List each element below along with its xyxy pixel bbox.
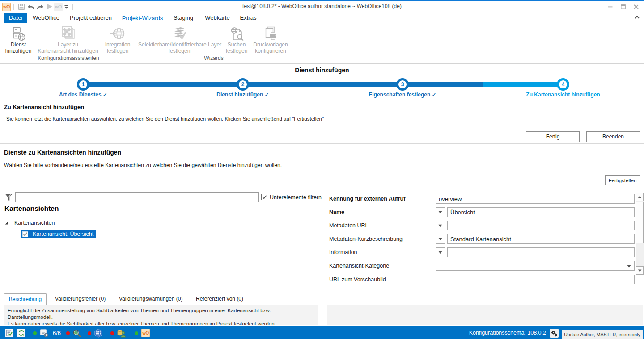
ribbon-group-separator: [292, 25, 292, 61]
ribbon-button-integration-festlegen[interactable]: Integration festlegen: [101, 25, 135, 62]
description-line: Darstellungsmodell.: [8, 314, 314, 321]
tab-projekt-wizards[interactable]: Projekt-Wizards: [119, 13, 166, 23]
dropdown-arrow-icon: [438, 251, 442, 254]
ribbon-button-suchen-festlegen[interactable]: Suchen festlegen: [220, 25, 253, 62]
settings-gears-button[interactable]: [550, 329, 559, 338]
form-label-metadaten-url: Metadaten URL: [329, 222, 369, 229]
metadaten-kurzbeschreibung-input[interactable]: [447, 234, 635, 244]
tab-weboffice[interactable]: WebOffice: [33, 13, 59, 23]
services-panel-heading: Dienste zu Kartenansichten hinzufügen: [4, 149, 121, 156]
tree-root-item[interactable]: Kartenansichten: [0, 219, 55, 227]
globe-arrow-icon: [101, 25, 135, 42]
step-circle-3: 3: [396, 78, 409, 91]
form-label-name: Name: [329, 209, 344, 215]
bottom-tab-validierungswarnungen[interactable]: Validierungswarnungen (0): [119, 293, 183, 305]
fertig-button[interactable]: Fertig: [526, 131, 580, 142]
collapse-ribbon-button[interactable]: [634, 15, 640, 20]
metadaten-url-input[interactable]: [447, 221, 635, 230]
progress-bar-current: [483, 82, 563, 87]
dropdown-arrow-icon: [438, 224, 442, 227]
step-label-3: Eigenschaften festlegen ✓: [369, 92, 436, 98]
close-button[interactable]: [630, 1, 643, 13]
layers-check-icon: [138, 25, 220, 42]
status-counter: 6/6: [53, 330, 61, 336]
scrollbar-thumb[interactable]: [636, 202, 644, 243]
form-label-information: Information: [329, 249, 357, 255]
status-project-icon[interactable]: [40, 329, 48, 337]
ribbon-group-label: Konfigurationsassistenten: [38, 55, 99, 61]
metadaten-kurzbeschreibung-dropdown-button[interactable]: [436, 234, 445, 244]
ribbon-button-dienst-hinzufuegen[interactable]: Dienst hinzufügen: [3, 25, 34, 62]
check-icon: [23, 232, 28, 237]
form-label-metadaten-kurzbeschreibung: Metadaten-Kurzbeschreibung: [329, 236, 402, 242]
status-dot-red: [66, 331, 70, 335]
tab-extras[interactable]: Extras: [240, 13, 257, 23]
bottom-tab-beschreibung[interactable]: Beschreibung: [4, 293, 47, 305]
progress-bar-done: [83, 82, 483, 87]
bottom-tab-referenziert-von[interactable]: Referenziert von (0): [196, 293, 243, 305]
description-box: Ermöglicht die Zusammenstellung von Sich…: [4, 305, 318, 325]
name-dropdown-button[interactable]: [436, 207, 445, 217]
maximize-button[interactable]: [617, 1, 630, 13]
metadaten-url-dropdown-button[interactable]: [436, 221, 445, 230]
minimize-button[interactable]: [604, 1, 617, 13]
ribbon-button-druckvorlagen[interactable]: Druckvorlagen konfigurieren: [252, 25, 289, 62]
user-info-button[interactable]: Update Author, MASTER, intern only: [562, 330, 643, 339]
print-templates-icon: [252, 25, 289, 42]
step-circle-1: 1: [77, 78, 89, 91]
vorschaubild-input[interactable]: [436, 275, 635, 284]
gears-icon: [551, 330, 558, 337]
scroll-up-button[interactable]: [636, 193, 644, 201]
description-line: Es kann dabei jeweils die Sichtbarkeit a…: [8, 321, 314, 325]
tab-webkarte[interactable]: Webkarte: [205, 13, 229, 23]
ribbon: Dienst hinzufügen Layer z: [0, 23, 644, 64]
form-label-kategorie: Kartenansicht-Kategorie: [329, 263, 389, 269]
status-database-user-icon[interactable]: [117, 329, 126, 338]
status-dot-green: [33, 331, 37, 335]
check-icon: [262, 195, 267, 200]
status-validation-icon[interactable]: [5, 329, 13, 337]
map-layers-icon: [37, 25, 99, 42]
status-search-service-icon[interactable]: [72, 329, 81, 338]
dropdown-arrow-icon: [627, 265, 631, 268]
status-geo-service-icon[interactable]: [94, 329, 103, 338]
step-label-2: Dienst hinzufügen ✓: [216, 92, 269, 98]
name-input[interactable]: [447, 207, 635, 217]
kategorie-combobox[interactable]: [436, 261, 635, 271]
tree-heading: Kartenansichten: [4, 205, 59, 213]
schema-label: Konfigurationsschema: 108.0.2: [469, 330, 546, 336]
form-scrollbar[interactable]: [636, 193, 644, 275]
ribbon-tab-bar: Datei WebOffice Projekt editieren Projek…: [0, 13, 644, 23]
filter-input[interactable]: [15, 192, 259, 202]
tree-root-label: Kartenansichten: [14, 220, 55, 226]
step-circle-2: 2: [237, 78, 249, 91]
tab-datei[interactable]: Datei: [4, 13, 27, 24]
tree-child-item[interactable]: Kartenansicht: Übersicht: [21, 230, 96, 238]
status-weboffice-icon[interactable]: wO: [141, 329, 150, 337]
beenden-button[interactable]: Beenden: [586, 131, 640, 142]
information-dropdown-button[interactable]: [436, 247, 445, 257]
status-refresh-icon[interactable]: [17, 329, 25, 337]
information-input[interactable]: [447, 247, 635, 257]
form-panel: Kennung für externen Aufruf Name Metadat…: [322, 190, 644, 284]
fertigstellen-button[interactable]: Fertigstellen: [605, 175, 640, 185]
services-panel-description: Wählen Sie bitte vorhandene/neu erstellt…: [4, 162, 282, 168]
dropdown-arrow-icon: [438, 211, 442, 214]
tree-child-checkbox[interactable]: [22, 231, 28, 237]
scroll-down-button[interactable]: [636, 266, 644, 275]
status-dot-green: [135, 331, 138, 335]
bottom-tab-validierungsfehler[interactable]: Validierungsfehler (0): [55, 293, 106, 305]
detail-box: [327, 305, 643, 325]
tree-expander-icon[interactable]: [5, 221, 8, 225]
status-bar: 6/6: [0, 326, 644, 339]
step-label-1: Art des Dienstes ✓: [59, 92, 107, 98]
unterelemente-filtern-checkbox[interactable]: [261, 194, 267, 200]
kennung-input[interactable]: [436, 194, 635, 204]
minimize-icon: [608, 4, 613, 9]
tab-staging[interactable]: Staging: [174, 13, 193, 23]
wizard-title: Dienst hinzufügen: [0, 67, 644, 74]
unterelemente-filtern-label: Unterelemente filtern: [270, 194, 322, 201]
tab-projekt-editieren[interactable]: Projekt editieren: [70, 13, 112, 23]
step-circle-4: 4: [557, 78, 569, 91]
search-document-icon: [220, 25, 253, 42]
